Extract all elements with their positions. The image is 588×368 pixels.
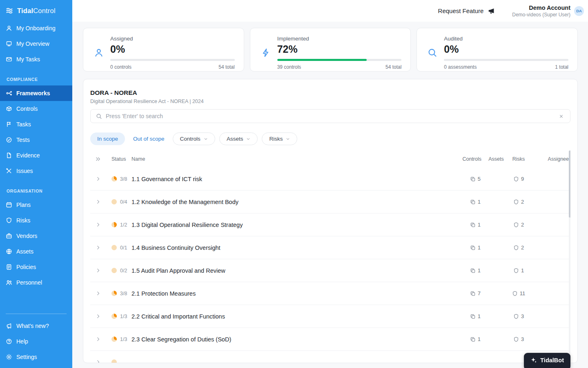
sidebar-item-issues[interactable]: Issues [0,163,72,179]
avatar[interactable]: DA [574,6,584,16]
search-input[interactable] [106,113,554,119]
sidebar-item-label: Tests [16,137,30,143]
status-fraction: 0/2 [120,268,127,274]
copy-icon [470,314,476,319]
sidebar-item-assets[interactable]: Assets [0,244,72,259]
controls-count: 1 [478,222,481,228]
account-role: Demo-videos (Super User) [512,12,570,18]
shield-icon [513,337,519,342]
filter-dropdown-risks[interactable]: Risks [262,132,297,145]
section-title: ORGANISATION [0,179,72,197]
sidebar-item-tasks[interactable]: Tasks [0,117,72,132]
stat-count: 0 assessments [444,64,477,70]
sidebar-item-tests[interactable]: Tests [0,132,72,148]
account-text: Demo Account Demo-videos (Super User) [512,4,570,18]
sidebar: TidalControl My OnboardingMy OverviewMy … [0,0,72,368]
filter-bar: In scope Out of scope ControlsAssetsRisk… [90,132,570,145]
tab-in-scope[interactable]: In scope [90,132,125,145]
request-feature-button[interactable]: Request Feature [438,7,495,14]
logo-text-light: Control [33,7,56,14]
filter-dropdown-controls[interactable]: Controls [173,132,215,145]
briefcase-icon [6,233,12,239]
copy-icon [470,268,476,274]
chevron-right-icon [96,291,101,296]
chevron-right-icon [96,222,101,227]
sidebar-section-organisation: ORGANISATIONPlansRisksVendorsAssetsPolic… [0,179,72,290]
sidebar-item-help[interactable]: Help [0,334,72,349]
status-fraction: 1/3 [120,337,127,342]
flag-icon [6,121,12,128]
stat-card-implemented: Implemented72%39 controls54 total [250,28,411,72]
globe-icon [6,248,12,255]
table-row[interactable]: 3/82.1 Protection Measures711 [90,282,570,305]
clear-search-button[interactable] [558,113,565,120]
sidebar-item-personnel[interactable]: Personnel [0,275,72,290]
sidebar-item-vendors[interactable]: Vendors [0,228,72,244]
sidebar-item-what-s-new[interactable]: What's new? [0,318,72,334]
table-row[interactable]: 0/11.4 Business Continuity Oversight12 [90,236,570,259]
calendar-icon [6,202,12,208]
status-fraction: 3/8 [120,176,127,182]
sidebar-item-policies[interactable]: Policies [0,259,72,275]
sidebar-item-risks[interactable]: Risks [0,213,72,228]
table-row[interactable]: 0/41.2 Knowledge of the Management Body1… [90,191,570,213]
content: Assigned0%0 controls54 totalImplemented7… [72,22,588,368]
document-icon [6,152,12,159]
tidalbot-button[interactable]: TidalBot [524,353,570,368]
sidebar-item-label: Assets [16,248,33,255]
mail-icon [6,56,12,63]
check-circle-icon [6,137,12,143]
sidebar-item-my-overview[interactable]: My Overview [0,36,72,52]
table-row[interactable]: 3/81.1 Governance of ICT risk59 [90,168,570,191]
status-donut-icon [111,222,117,227]
chevron-down-icon [246,137,250,141]
account-menu[interactable]: Demo Account Demo-videos (Super User) DA [512,4,584,18]
filter-dropdown-assets[interactable]: Assets [219,132,258,145]
sidebar-item-label: What's new? [16,323,49,329]
chevron-right-icon [96,199,101,204]
sparkles-icon [530,357,537,364]
controls-icon [6,105,12,112]
sidebar-item-controls[interactable]: Controls [0,101,72,117]
table-row[interactable]: 0/21.5 Audit Plan Approval and Review11 [90,259,570,282]
sidebar-item-my-onboarding[interactable]: My Onboarding [0,20,72,36]
tab-out-of-scope[interactable]: Out of scope [129,132,169,145]
sidebar-item-label: Risks [16,217,30,224]
table-row[interactable]: 1/21.3 Digital Operational Resilience St… [90,213,570,236]
copy-icon [470,199,476,205]
stat-card-assigned: Assigned0%0 controls54 total [83,28,244,72]
controls-count: 7 [478,290,481,296]
gear-icon [6,354,12,360]
table-row[interactable] [90,351,570,363]
sidebar-item-label: My Tasks [16,56,40,63]
expand-all-icon[interactable] [95,156,101,162]
stat-total: 54 total [218,64,234,70]
copy-icon [470,337,476,342]
sidebar-item-frameworks[interactable]: Frameworks [0,85,72,101]
sidebar-item-settings[interactable]: Settings [0,349,72,365]
sidebar-item-label: Controls [16,105,38,112]
sidebar-item-label: Plans [16,202,31,208]
table-row[interactable]: 1/32.2 Critical and Important Functions1… [90,305,570,328]
copy-icon [470,222,476,228]
sidebar-item-evidence[interactable]: Evidence [0,148,72,163]
tools-icon [6,168,12,174]
status-fraction: 0/1 [120,245,127,251]
table-row[interactable]: 1/32.3 Clear Segregation of Duties (SoD)… [90,328,570,351]
status-donut-icon [111,337,117,342]
chevron-right-icon [96,359,101,363]
overview-icon [6,40,12,47]
progress-bar [110,59,235,61]
chevron-right-icon [96,268,101,273]
scrollbar-thumb[interactable] [569,150,570,218]
user-icon [94,48,104,58]
sidebar-item-plans[interactable]: Plans [0,197,72,213]
column-status: Status [106,156,130,162]
chevron-down-icon [286,137,290,141]
logo[interactable]: TidalControl [0,0,72,20]
sidebar-item-my-tasks[interactable]: My Tasks [0,52,72,67]
sidebar-item-label: My Onboarding [16,25,56,31]
policy-icon [6,264,12,270]
control-name: 1.3 Digital Operational Resilience Strat… [130,222,460,228]
column-name: Name [130,156,460,162]
